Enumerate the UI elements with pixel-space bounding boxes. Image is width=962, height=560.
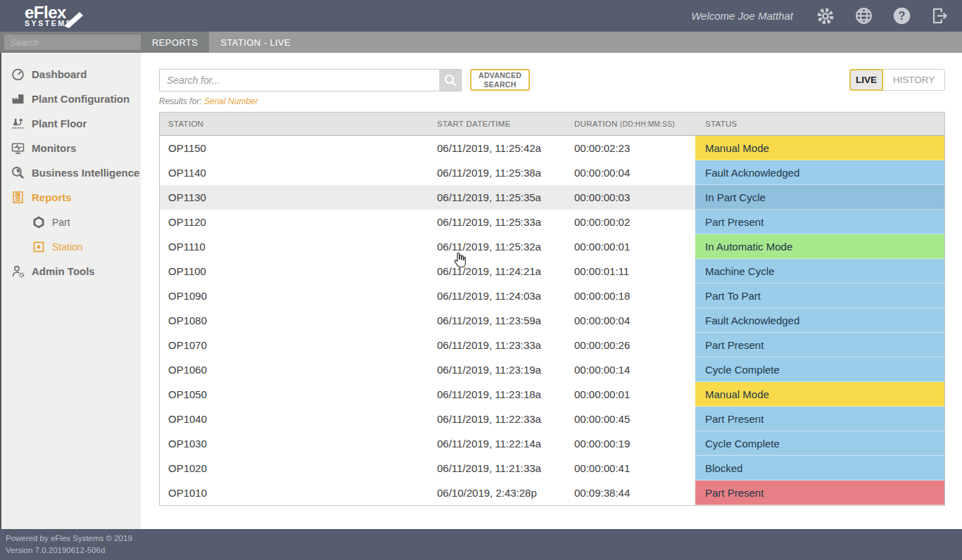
status-cell: Cycle Complete <box>695 357 944 382</box>
svg-text:?: ? <box>898 9 905 22</box>
globe-language-icon[interactable] <box>854 6 873 26</box>
station-cell: OP1090 <box>160 284 437 308</box>
station-cell: OP1140 <box>160 160 437 185</box>
table-row[interactable]: OP1120 06/11/2019, 11:25:33a 00:00:00:02… <box>160 210 944 234</box>
station-table-body: OP1150 06/11/2019, 11:25:42a 00:00:02:23… <box>160 136 944 505</box>
help-icon[interactable]: ? <box>892 6 911 26</box>
logo-swoosh-icon <box>63 9 84 30</box>
station-cell: OP1030 <box>160 431 437 456</box>
start-datetime-cell: 06/11/2019, 11:23:33a <box>437 333 574 357</box>
duration-cell: 00:00:00:01 <box>574 382 695 407</box>
sidebar-item-business-intelligence[interactable]: Business Intelligence <box>1 160 141 185</box>
duration-cell: 00:00:00:18 <box>574 284 695 308</box>
monitor-waveform-icon <box>10 141 25 155</box>
plant-floor-icon <box>10 117 25 131</box>
duration-cell: 00:00:00:02 <box>574 210 695 234</box>
start-datetime-cell: 06/11/2019, 11:24:21a <box>437 259 574 284</box>
advanced-search-label-line2: SEARCH <box>483 80 516 89</box>
sidebar-item-label: Monitors <box>32 142 76 154</box>
station-cell: OP1040 <box>160 407 437 431</box>
start-datetime-cell: 06/11/2019, 11:23:18a <box>437 382 574 407</box>
table-row[interactable]: OP1070 06/11/2019, 11:23:33a 00:00:00:26… <box>160 333 944 357</box>
sidebar-item-label: Reports <box>32 191 72 203</box>
table-row[interactable]: OP1090 06/11/2019, 11:24:03a 00:00:00:18… <box>160 284 944 308</box>
tab-station-live[interactable]: STATION - LIVE <box>209 32 302 53</box>
column-header-duration[interactable]: DURATION (DD:HH:MM:SS) <box>574 120 695 128</box>
table-row[interactable]: OP1110 06/11/2019, 11:25:32a 00:00:00:01… <box>160 234 944 259</box>
duration-cell: 00:00:00:19 <box>574 431 695 456</box>
admin-user-gear-icon <box>10 265 25 279</box>
station-cell: OP1130 <box>160 185 437 210</box>
sidebar-item-plant-floor[interactable]: Plant Floor <box>1 111 141 136</box>
column-header-start-datetime[interactable]: START DATE/TIME <box>437 120 574 128</box>
status-cell: Fault Acknowledged <box>695 308 944 333</box>
status-cell: In Automatic Mode <box>695 234 944 259</box>
sidebar-item-monitors[interactable]: Monitors <box>1 136 141 160</box>
station-cell: OP1120 <box>160 210 437 234</box>
sidebar-item-label: Part <box>52 217 70 228</box>
sidebar-item-label: Business Intelligence <box>32 167 139 179</box>
duration-cell: 00:00:00:01 <box>574 234 695 259</box>
station-cell: OP1070 <box>160 333 437 357</box>
tab-reports[interactable]: REPORTS <box>141 32 209 53</box>
duration-cell: 00:00:00:14 <box>574 357 695 382</box>
table-row[interactable]: OP1140 06/11/2019, 11:25:38a 00:00:00:04… <box>160 160 944 185</box>
start-datetime-cell: 06/10/2019, 2:43:28p <box>437 481 574 505</box>
results-for-value: Serial Number <box>204 96 258 106</box>
start-datetime-cell: 06/11/2019, 11:25:35a <box>437 185 574 210</box>
sidebar-item-part[interactable]: Part <box>1 210 141 234</box>
duration-cell: 00:00:00:41 <box>574 456 695 481</box>
table-row[interactable]: OP1080 06/11/2019, 11:23:59a 00:00:00:04… <box>160 308 944 333</box>
sidebar-item-label: Station <box>52 241 83 253</box>
status-cell: Manual Mode <box>695 136 944 160</box>
advanced-search-button[interactable]: ADVANCED SEARCH <box>470 69 530 91</box>
start-datetime-cell: 06/11/2019, 11:22:14a <box>437 431 574 456</box>
table-row[interactable]: OP1150 06/11/2019, 11:25:42a 00:00:02:23… <box>160 136 944 160</box>
status-cell: Part Present <box>695 407 944 431</box>
start-datetime-cell: 06/11/2019, 11:23:59a <box>437 308 574 333</box>
sidebar-nav: Dashboard Plant Configuration Plant Floo… <box>0 53 141 529</box>
sidebar-item-dashboard[interactable]: Dashboard <box>1 62 141 87</box>
table-row[interactable]: OP1020 06/11/2019, 11:21:33a 00:00:00:41… <box>160 456 944 481</box>
table-row[interactable]: OP1010 06/10/2019, 2:43:28p 00:09:38:44 … <box>160 481 944 505</box>
column-header-status[interactable]: STATUS <box>695 120 944 128</box>
status-cell: Part Present <box>695 481 944 505</box>
start-datetime-cell: 06/11/2019, 11:21:33a <box>437 456 574 481</box>
status-cell: In Part Cycle <box>695 185 944 210</box>
column-header-station[interactable]: STATION <box>160 120 437 128</box>
table-row[interactable]: OP1100 06/11/2019, 11:24:21a 00:00:01:11… <box>160 259 944 284</box>
duration-cell: 00:00:00:04 <box>574 308 695 333</box>
start-datetime-cell: 06/11/2019, 11:24:03a <box>437 284 574 308</box>
advanced-search-label-line1: ADVANCED <box>479 71 521 79</box>
table-row[interactable]: OP1050 06/11/2019, 11:23:18a 00:00:00:01… <box>160 382 944 407</box>
station-cell: OP1150 <box>160 136 437 160</box>
start-datetime-cell: 06/11/2019, 11:25:32a <box>437 234 574 259</box>
station-cell: OP1020 <box>160 456 437 481</box>
duration-cell: 00:00:01:11 <box>574 259 695 284</box>
search-submit-button[interactable] <box>439 70 461 91</box>
sidebar-search-input[interactable] <box>4 34 141 50</box>
factory-icon <box>10 92 25 106</box>
search-input[interactable] <box>160 70 439 91</box>
status-cell: Part To Part <box>695 284 944 308</box>
table-row[interactable]: OP1030 06/11/2019, 11:22:14a 00:00:00:19… <box>160 431 944 456</box>
sidebar-item-reports[interactable]: Reports <box>1 185 141 210</box>
sidebar-item-plant-configuration[interactable]: Plant Configuration <box>1 87 141 111</box>
start-datetime-cell: 06/11/2019, 11:25:42a <box>437 136 574 160</box>
logout-icon[interactable] <box>930 6 949 26</box>
start-datetime-cell: 06/11/2019, 11:23:19a <box>437 357 574 382</box>
status-cell: Machine Cycle <box>695 259 944 284</box>
status-cell: Part Present <box>695 210 944 234</box>
sidebar-item-station[interactable]: Station <box>1 234 141 259</box>
table-row[interactable]: OP1130 06/11/2019, 11:25:35a 00:00:00:03… <box>160 185 944 210</box>
station-cell: OP1060 <box>160 357 437 382</box>
live-toggle-button[interactable]: LIVE <box>849 69 883 91</box>
sidebar-item-admin-tools[interactable]: Admin Tools <box>1 259 141 284</box>
welcome-text: Welcome Joe Matthat <box>691 10 793 22</box>
results-for-line: Results for: Serial Number <box>159 96 945 106</box>
status-cell: Cycle Complete <box>695 431 944 456</box>
history-toggle-button[interactable]: HISTORY <box>883 69 945 91</box>
table-row[interactable]: OP1060 06/11/2019, 11:23:19a 00:00:00:14… <box>160 357 944 382</box>
table-row[interactable]: OP1040 06/11/2019, 11:22:33a 00:00:00:45… <box>160 407 944 431</box>
settings-gear-icon[interactable] <box>816 6 835 26</box>
